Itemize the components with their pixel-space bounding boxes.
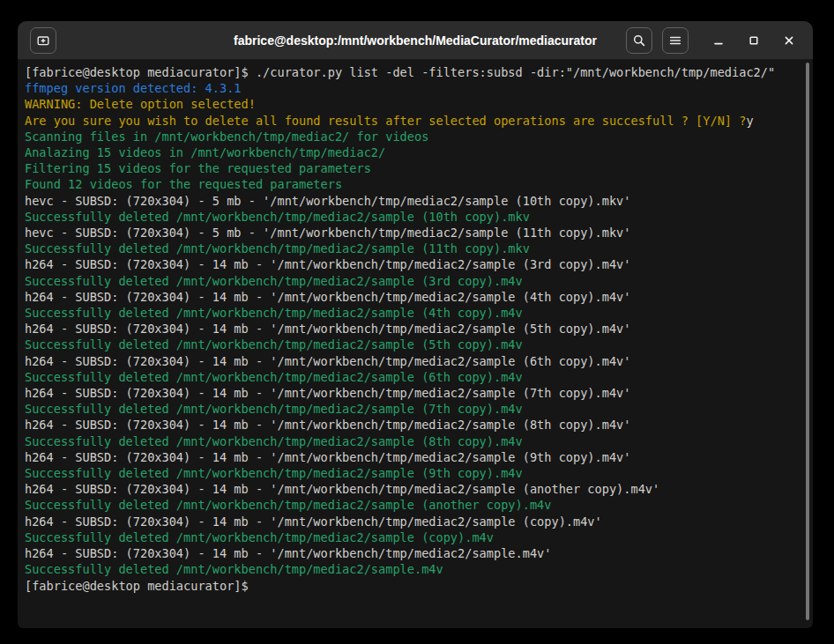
terminal-window: fabrice@desktop:/mnt/workbench/MediaCura… (18, 21, 813, 628)
header-left-group (30, 27, 56, 54)
scrollbar[interactable] (803, 63, 811, 625)
search-icon (632, 33, 646, 48)
terminal-line: Successfully deleted /mnt/workbench/tmp/… (25, 561, 800, 577)
header-bar: fabrice@desktop:/mnt/workbench/MediaCura… (18, 21, 813, 60)
search-button[interactable] (626, 27, 652, 54)
terminal-line: Successfully deleted /mnt/workbench/tmp/… (25, 497, 800, 513)
terminal-lines: [fabrice@desktop mediacurator]$ ./curato… (25, 64, 800, 594)
window-controls (707, 29, 800, 52)
terminal-line: Successfully deleted /mnt/workbench/tmp/… (25, 529, 800, 545)
terminal-line: hevc - SUBSD: (720x304) - 5 mb - '/mnt/w… (25, 193, 800, 209)
new-tab-icon (36, 33, 50, 48)
terminal-line: Scanning files in /mnt/workbench/tmp/med… (25, 129, 800, 144)
terminal-line: Found 12 videos for the requested parame… (25, 176, 800, 192)
terminal-line: Successfully deleted /mnt/workbench/tmp/… (25, 465, 800, 481)
terminal-line: Successfully deleted /mnt/workbench/tmp/… (25, 401, 800, 417)
new-tab-button[interactable] (30, 27, 56, 54)
maximize-icon (747, 33, 761, 48)
terminal-line: [fabrice@desktop mediacurator]$ ./curato… (25, 64, 800, 80)
terminal-line: ffmpeg version detected: 4.3.1 (25, 80, 800, 96)
terminal-line: [fabrice@desktop mediacurator]$ (25, 578, 800, 594)
terminal-line: Successfully deleted /mnt/workbench/tmp/… (25, 209, 800, 225)
terminal-line: h264 - SUBSD: (720x304) - 14 mb - '/mnt/… (25, 321, 800, 337)
terminal-line: Are you sure you wish to delete all foun… (25, 113, 800, 129)
terminal-line: h264 - SUBSD: (720x304) - 14 mb - '/mnt/… (25, 256, 800, 272)
terminal-line: h264 - SUBSD: (720x304) - 14 mb - '/mnt/… (25, 289, 800, 305)
terminal-line: Successfully deleted /mnt/workbench/tmp/… (25, 305, 800, 321)
minimize-icon (711, 33, 726, 48)
minimize-button[interactable] (707, 29, 730, 52)
terminal-line: h264 - SUBSD: (720x304) - 14 mb - '/mnt/… (25, 449, 800, 465)
menu-button[interactable] (662, 27, 689, 54)
terminal-line: h264 - SUBSD: (720x304) - 14 mb - '/mnt/… (25, 353, 800, 369)
terminal-line: h264 - SUBSD: (720x304) - 14 mb - '/mnt/… (25, 481, 800, 497)
window-title: fabrice@desktop:/mnt/workbench/MediaCura… (234, 33, 597, 48)
terminal-line: h264 - SUBSD: (720x304) - 14 mb - '/mnt/… (25, 545, 800, 561)
terminal-output[interactable]: [fabrice@desktop mediacurator]$ ./curato… (18, 60, 813, 628)
header-right-group (626, 27, 800, 54)
terminal-line: Successfully deleted /mnt/workbench/tmp/… (25, 369, 800, 385)
maximize-button[interactable] (742, 29, 765, 52)
terminal-line: h264 - SUBSD: (720x304) - 14 mb - '/mnt/… (25, 514, 800, 529)
close-icon (782, 33, 796, 48)
terminal-line: Successfully deleted /mnt/workbench/tmp/… (25, 337, 800, 352)
terminal-line: Filtering 15 videos for the requested pa… (25, 160, 800, 176)
scrollbar-thumb[interactable] (806, 63, 809, 620)
terminal-line: Successfully deleted /mnt/workbench/tmp/… (25, 433, 800, 449)
menu-icon (668, 33, 682, 48)
terminal-line: h264 - SUBSD: (720x304) - 14 mb - '/mnt/… (25, 417, 800, 433)
terminal-line: h264 - SUBSD: (720x304) - 14 mb - '/mnt/… (25, 385, 800, 401)
close-button[interactable] (778, 29, 800, 52)
terminal-line: WARNING: Delete option selected! (25, 96, 800, 112)
terminal-line: Successfully deleted /mnt/workbench/tmp/… (25, 273, 800, 289)
terminal-line: Analazing 15 videos in /mnt/workbench/tm… (25, 144, 800, 160)
terminal-line: hevc - SUBSD: (720x304) - 5 mb - '/mnt/w… (25, 225, 800, 241)
terminal-line: Successfully deleted /mnt/workbench/tmp/… (25, 241, 800, 256)
